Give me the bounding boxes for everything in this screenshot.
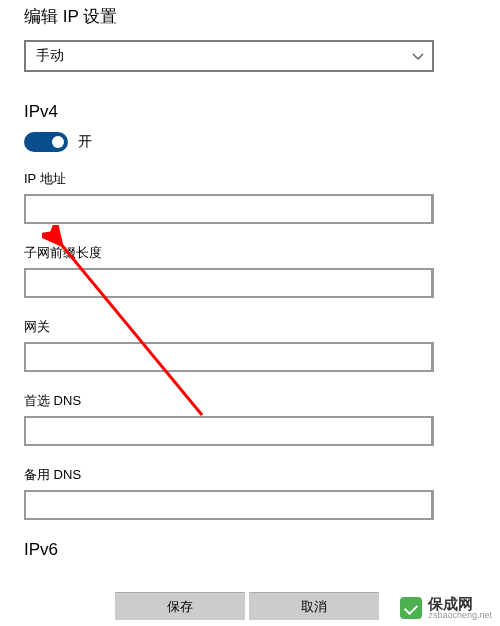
watermark: 保成网 zsbaocheng.net <box>400 596 492 620</box>
watermark-main: 保成网 <box>428 596 492 611</box>
ipv4-toggle[interactable] <box>24 132 68 152</box>
gateway-label: 网关 <box>24 318 476 336</box>
dns2-label: 备用 DNS <box>24 466 476 484</box>
ip-address-label: IP 地址 <box>24 170 476 188</box>
ipv4-toggle-row: 开 <box>24 132 476 152</box>
button-bar: 保存 取消 <box>115 592 379 620</box>
save-button[interactable]: 保存 <box>115 592 245 620</box>
watermark-check-icon <box>400 597 422 619</box>
subnet-input[interactable] <box>24 268 434 298</box>
dns2-field: 备用 DNS <box>24 466 476 520</box>
dns1-label: 首选 DNS <box>24 392 476 410</box>
gateway-field: 网关 <box>24 318 476 372</box>
ipv4-toggle-label: 开 <box>78 133 92 151</box>
ipv4-header: IPv4 <box>24 102 476 122</box>
toggle-knob <box>52 136 64 148</box>
page-title: 编辑 IP 设置 <box>24 5 476 28</box>
gateway-input[interactable] <box>24 342 434 372</box>
ip-address-field: IP 地址 <box>24 170 476 224</box>
subnet-label: 子网前缀长度 <box>24 244 476 262</box>
subnet-field: 子网前缀长度 <box>24 244 476 298</box>
watermark-text: 保成网 zsbaocheng.net <box>428 596 492 620</box>
mode-select-value: 手动 <box>24 40 434 72</box>
ipv6-header: IPv6 <box>24 540 476 560</box>
cancel-button[interactable]: 取消 <box>249 592 379 620</box>
dns1-field: 首选 DNS <box>24 392 476 446</box>
mode-select[interactable]: 手动 <box>24 40 434 72</box>
ip-address-input[interactable] <box>24 194 434 224</box>
settings-panel: 编辑 IP 设置 手动 IPv4 开 IP 地址 子网前缀长度 网关 首选 DN… <box>0 0 500 560</box>
dns2-input[interactable] <box>24 490 434 520</box>
watermark-sub: zsbaocheng.net <box>428 611 492 620</box>
dns1-input[interactable] <box>24 416 434 446</box>
ipv6-section: IPv6 <box>24 540 476 560</box>
